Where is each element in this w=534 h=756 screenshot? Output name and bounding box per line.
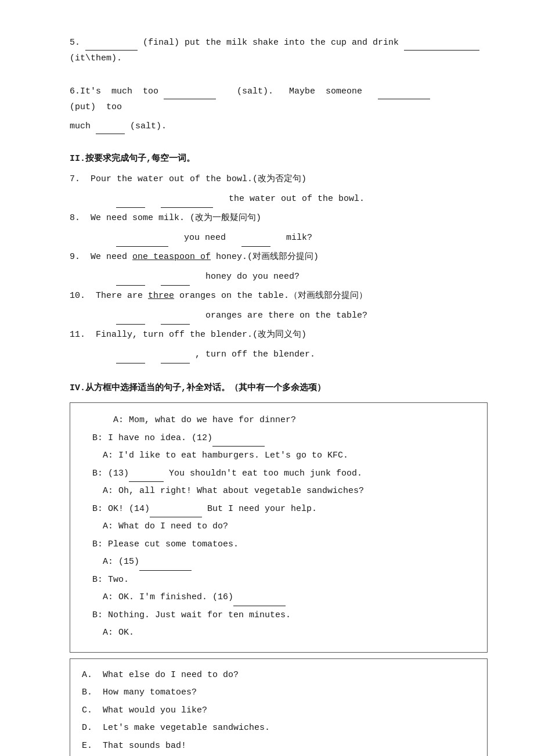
dialog-line-12: A: OK. [82,625,475,642]
q7-blank2[interactable] [161,207,213,208]
q5-blank1[interactable] [85,50,138,51]
section-2: II.按要求完成句子,每空一词。 7. Pour the water out o… [70,152,488,363]
q6-line1: 6.It's much too (salt). Maybe someone (p… [70,84,488,115]
q10-answer-text: oranges are there on the table? [205,311,367,321]
dialog-line-11: B: Nothing. Just wait for ten minutes. [82,607,475,624]
q6-blank3[interactable] [96,134,125,134]
option-C-label: C. What would you like? [82,705,207,715]
q8-answer: you need milk? [70,229,488,247]
dialog-speaker-A0: A: Mom, what do we have for dinner? [113,415,296,425]
q8-blank1[interactable] [116,246,168,247]
q10-number: 10. [70,291,91,301]
q5-text: 5. (final) put the milk shake into the c… [70,38,479,63]
q9-blank2[interactable] [161,285,190,286]
dialog-speaker-A6: A: What do I need to do? [103,521,228,531]
q8-blank2[interactable] [241,246,270,247]
dialog-speaker-B3: B: (13) You shouldn't eat too much junk … [92,469,362,478]
question-10: 10. There are three oranges on the table… [70,288,488,304]
q6-put: (put) too [70,102,122,112]
blank-16[interactable] [233,606,286,606]
q6-much: much [70,121,91,131]
q6-blank1[interactable] [164,99,216,99]
q6-line1-start: 6.It's much too [70,87,158,96]
option-D: D. Let's make vegetable sandwiches. [82,720,475,737]
dialog-line-5: B: OK! (14) But I need your help. [82,501,475,518]
dialog-speaker-A8: A: (15) [103,557,192,567]
q5-suffix: (it\them). [70,53,122,63]
q10-blank1[interactable] [116,324,145,325]
q11-blank1[interactable] [116,363,145,363]
dialog-line-10: A: OK. I'm finished. (16) [82,589,475,606]
q7-answer: the water out of the bowl. [70,190,488,208]
q11-number: 11. [70,330,91,340]
q5-number: 5. [70,38,80,48]
dialog-line-2: A: I'd like to eat hamburgers. Let's go … [82,448,475,465]
dialog-line-3: B: (13) You shouldn't eat too much junk … [82,466,475,483]
dialog-line-6: A: What do I need to do? [82,519,475,535]
dialog-line-0: A: Mom, what do we have for dinner? [82,412,475,429]
q9-text2: honey.(对画线部分提问) [216,252,319,262]
dialog-speaker-A12: A: OK. [103,628,134,638]
q7-text: Pour the water out of the bowl.(改为否定句) [91,174,306,184]
section2-header: II.按要求完成句子,每空一词。 [70,152,488,167]
q7-blank1[interactable] [116,207,145,208]
dialog-line-7: B: Please cut some tomatoes. [82,537,475,553]
dialog-speaker-B5: B: OK! (14) But I need your help. [92,504,317,514]
q8-milk: milk? [286,233,312,243]
option-A: A. What else do I need to do? [82,667,475,684]
question-9: 9. We need one teaspoon of honey.(对画线部分提… [70,249,488,265]
option-E: E. That sounds bad! [82,738,475,755]
q11-blank2[interactable] [161,363,190,363]
q11-text: Finally, turn off the blender.(改为同义句) [96,330,306,340]
q10-text1: There are [96,291,148,301]
question-7: 7. Pour the water out of the bowl.(改为否定句… [70,171,488,187]
q6-blank2[interactable] [378,99,430,99]
q9-answer-text: honey do you need? [205,272,300,282]
q7-number: 7. [70,174,85,184]
dialog-speaker-B11: B: Nothing. Just wait for ten minutes. [92,610,291,620]
dialog-speaker-B7: B: Please cut some tomatoes. [92,539,239,549]
dialog-speaker-B9: B: Two. [92,575,129,585]
blank-15[interactable] [139,570,192,571]
dialog-line-8: A: (15) [82,554,475,571]
q10-text2: oranges on the table.（对画线部分提问） [179,291,367,301]
q11-answer-text: , turn off the blender. [195,350,315,359]
q10-blank2[interactable] [161,324,190,325]
question-5: 5. (final) put the milk shake into the c… [70,35,488,66]
blank-12[interactable] [212,446,265,447]
q9-underline: one teaspoon of [132,252,211,262]
q10-answer: oranges are there on the table? [70,307,488,325]
dialog-speaker-B1: B: I have no idea. (12) [92,433,265,443]
q9-answer: honey do you need? [70,268,488,286]
option-B-label: B. How many tomatoes? [82,687,197,697]
blank-13[interactable] [129,481,164,482]
option-D-label: D. Let's make vegetable sandwiches. [82,723,270,733]
dialog-speaker-A2: A: I'd like to eat hamburgers. Let's go … [103,451,348,460]
q9-number: 9. [70,252,85,262]
dialog-box: A: Mom, what do we have for dinner? B: I… [70,402,488,653]
dialog-speaker-A4: A: Oh, all right! What about vegetable s… [103,486,364,496]
q11-answer: , turn off the blender. [70,346,488,363]
q5-prefix: (final) put the milk shake into the cup … [143,38,399,48]
option-A-label: A. What else do I need to do? [82,670,239,680]
blank-14[interactable] [150,517,202,517]
option-E-label: E. That sounds bad! [82,741,186,751]
q6-salt1: (salt). Maybe someone [237,87,362,96]
q8-number: 8. [70,213,85,223]
question-11: 11. Finally, turn off the blender.(改为同义句… [70,327,488,343]
question-6: 6.It's much too (salt). Maybe someone (p… [70,84,488,134]
dialog-speaker-A10: A: OK. I'm finished. (16) [103,592,286,602]
q10-underline: three [148,291,174,301]
section4-header: IV.从方框中选择适当的句子,补全对话。（其中有一个多余选项） [70,381,488,396]
q8-text: We need some milk. (改为一般疑问句) [91,213,261,223]
q5-blank2[interactable] [404,50,479,51]
options-box: A. What else do I need to do? B. How man… [70,658,488,757]
section-4: IV.从方框中选择适当的句子,补全对话。（其中有一个多余选项） A: Mom, … [70,381,488,757]
dialog-line-1: B: I have no idea. (12) [82,430,475,447]
option-C: C. What would you like? [82,703,475,719]
q6-line2: much (salt). [70,118,488,134]
q9-blank1[interactable] [116,285,145,286]
dialog-line-4: A: Oh, all right! What about vegetable s… [82,483,475,500]
q6-salt2: (salt). [130,121,167,131]
dialog-line-9: B: Two. [82,572,475,589]
